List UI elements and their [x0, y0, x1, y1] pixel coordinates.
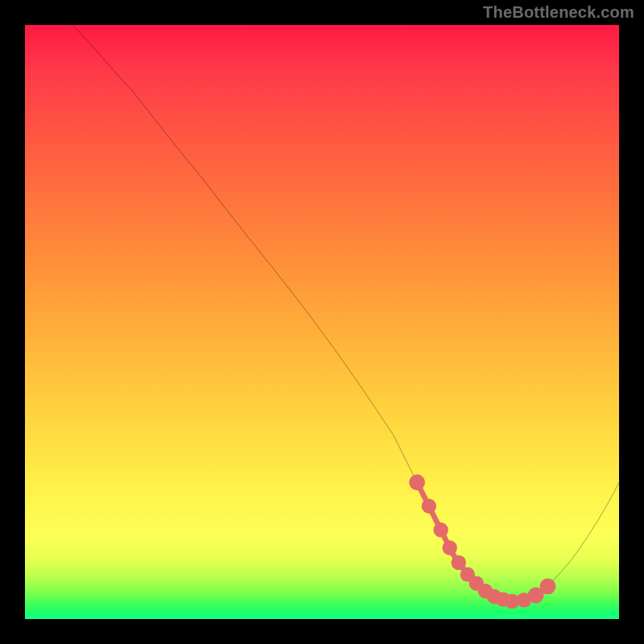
svg-point-3: [445, 543, 455, 553]
svg-point-2: [436, 525, 446, 535]
optimal-band-markers: [411, 477, 553, 606]
svg-point-11: [519, 595, 529, 605]
chart-frame: TheBottleneck.com: [0, 0, 644, 644]
svg-point-10: [507, 597, 517, 606]
svg-point-1: [424, 502, 434, 511]
svg-point-4: [454, 558, 464, 568]
watermark-text: TheBottleneck.com: [483, 3, 634, 22]
plot-area: [25, 25, 619, 619]
svg-point-0: [411, 477, 422, 488]
svg-point-13: [543, 581, 553, 592]
bottleneck-curve: [72, 25, 619, 601]
chart-svg: [25, 25, 619, 619]
svg-point-5: [463, 570, 473, 580]
svg-point-12: [530, 590, 541, 601]
